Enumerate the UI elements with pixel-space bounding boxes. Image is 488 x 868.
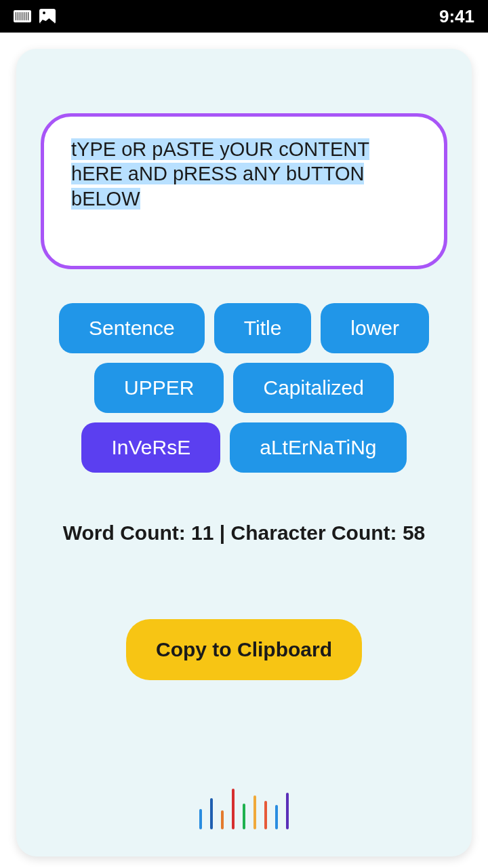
- keyboard-icon: [14, 10, 31, 22]
- capitalized-button[interactable]: Capitalized: [233, 363, 393, 413]
- bar-item: [243, 804, 245, 829]
- bars-visual: [41, 782, 447, 829]
- case-buttons-group: Sentence Title lower UPPER Capitalized I…: [41, 303, 447, 473]
- bar-item: [221, 810, 224, 829]
- bar-item: [199, 809, 202, 829]
- counts-text: Word Count: 11 | Character Count: 58: [41, 521, 447, 545]
- text-input[interactable]: tYPE oR pASTE yOUR cONTENT hERE aND pRES…: [41, 113, 447, 269]
- selected-text: tYPE oR pASTE yOUR cONTENT hERE aND pRES…: [71, 138, 369, 210]
- bar-item: [264, 801, 267, 829]
- text-input-content: tYPE oR pASTE yOUR cONTENT hERE aND pRES…: [71, 137, 417, 211]
- bar-item: [210, 798, 213, 829]
- status-bar: 9:41: [0, 0, 488, 33]
- inverse-button[interactable]: InVeRsE: [81, 422, 220, 473]
- lower-button[interactable]: lower: [321, 303, 429, 353]
- title-button[interactable]: Title: [214, 303, 312, 353]
- bar-item: [286, 793, 289, 829]
- status-left: [14, 9, 56, 24]
- status-time: 9:41: [439, 6, 474, 27]
- sentence-button[interactable]: Sentence: [59, 303, 205, 353]
- bar-item: [253, 795, 256, 829]
- bar-item: [232, 789, 235, 829]
- main-card: tYPE oR pASTE yOUR cONTENT hERE aND pRES…: [16, 49, 472, 856]
- alternating-button[interactable]: aLtErNaTiNg: [230, 422, 406, 473]
- upper-button[interactable]: UPPER: [94, 363, 224, 413]
- copy-to-clipboard-button[interactable]: Copy to Clipboard: [126, 619, 362, 680]
- image-icon: [39, 9, 56, 24]
- bar-item: [275, 805, 278, 829]
